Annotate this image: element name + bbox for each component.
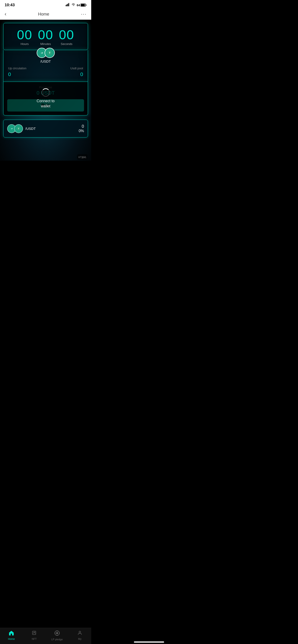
back-button[interactable]: ‹ xyxy=(5,11,6,17)
loading-spinner xyxy=(42,88,50,97)
up-circulation: Up circulation 0 xyxy=(8,66,27,78)
svg-rect-6 xyxy=(81,4,85,6)
lp-left: ↑P T /USDT xyxy=(7,124,36,133)
token-icon-row: ↑P T xyxy=(8,48,83,58)
svg-rect-3 xyxy=(69,3,69,6)
watermark-text: KT源码 xyxy=(79,156,86,158)
lp-label: /USDT xyxy=(25,126,36,130)
status-time: 10:43 xyxy=(5,3,15,8)
svg-text:T: T xyxy=(49,52,50,54)
usdt-pool-label: Usdt pool xyxy=(70,66,83,70)
buy-section: Purchase 0 USDT Buy Connect towallet xyxy=(3,82,88,116)
lp-row: ↑P T /USDT 0 0% xyxy=(7,124,84,133)
svg-rect-5 xyxy=(86,4,87,6)
lp-circle-t: T xyxy=(14,124,23,133)
lp-value: 0 xyxy=(79,124,84,129)
svg-rect-0 xyxy=(66,5,66,6)
up-circulation-label: Up circulation xyxy=(8,66,27,70)
svg-text:↑P: ↑P xyxy=(11,128,13,130)
lp-token-pair: ↑P T xyxy=(7,124,23,133)
svg-text:T: T xyxy=(18,128,19,130)
token-icon-pair: ↑P T xyxy=(37,48,55,58)
seconds-label: Seconds xyxy=(61,42,72,46)
token-circle-t: T xyxy=(45,48,55,58)
seconds-value: 00 xyxy=(59,28,74,41)
lp-section: ↑P T /USDT 0 0% xyxy=(3,120,88,138)
minutes-value: 00 xyxy=(38,28,53,41)
svg-text:↑P: ↑P xyxy=(40,52,43,54)
connect-overlay: Connect towallet xyxy=(4,82,88,115)
main-content: 00 Hours 00 Minutes 00 Seconds ↑P xyxy=(0,20,91,161)
connect-text: Connect towallet xyxy=(37,98,55,109)
wifi-icon xyxy=(71,3,75,7)
svg-rect-2 xyxy=(68,4,68,6)
up-circulation-value: 0 xyxy=(8,72,11,78)
usdt-pool-value: 0 xyxy=(80,72,83,78)
countdown-seconds: 00 Seconds xyxy=(59,28,74,46)
minutes-label: Minutes xyxy=(40,42,51,46)
countdown-row: 00 Hours 00 Minutes 00 Seconds xyxy=(6,28,85,46)
svg-rect-1 xyxy=(67,4,67,6)
page-title: Home xyxy=(38,12,49,17)
circulation-row: Up circulation 0 Usdt pool 0 xyxy=(8,66,83,78)
hours-label: Hours xyxy=(21,42,29,46)
signal-icon xyxy=(66,3,70,7)
watermark: KT源码 xyxy=(77,154,88,160)
countdown-section: 00 Hours 00 Minutes 00 Seconds xyxy=(3,23,88,50)
hours-value: 00 xyxy=(17,28,32,41)
lp-percent: 0% xyxy=(79,129,84,133)
lp-right: 0 0% xyxy=(79,124,84,133)
usdt-pool: Usdt pool 0 xyxy=(70,66,83,78)
token-section: ↑P T /USDT Up circulation 0 Usdt pool 0 xyxy=(3,50,88,82)
countdown-minutes: 00 Minutes xyxy=(38,28,53,46)
more-button[interactable]: ··· xyxy=(81,11,87,17)
battery-icon: 64 xyxy=(77,4,87,7)
countdown-hours: 00 Hours xyxy=(17,28,32,46)
nav-bar: ‹ Home ··· xyxy=(0,9,91,20)
token-pair-label: /USDT xyxy=(8,59,83,63)
status-bar: 10:43 64 xyxy=(0,0,91,9)
status-icons: 64 xyxy=(66,3,87,7)
